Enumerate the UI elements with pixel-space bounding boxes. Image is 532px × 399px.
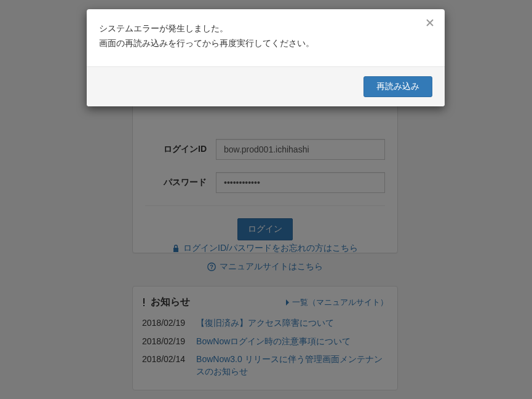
close-icon (426, 18, 434, 27)
modal-body: システムエラーが発生しました。 画面の再読み込みを行ってから再度実行してください… (87, 9, 445, 66)
error-modal: システムエラーが発生しました。 画面の再読み込みを行ってから再度実行してください… (87, 9, 445, 106)
reload-button[interactable]: 再読み込み (363, 76, 432, 97)
modal-message-line1: システムエラーが発生しました。 (99, 22, 429, 36)
modal-message-line2: 画面の再読み込みを行ってから再度実行してください。 (99, 36, 429, 51)
modal-footer: 再読み込み (87, 66, 445, 106)
modal-close-button[interactable] (423, 15, 437, 30)
